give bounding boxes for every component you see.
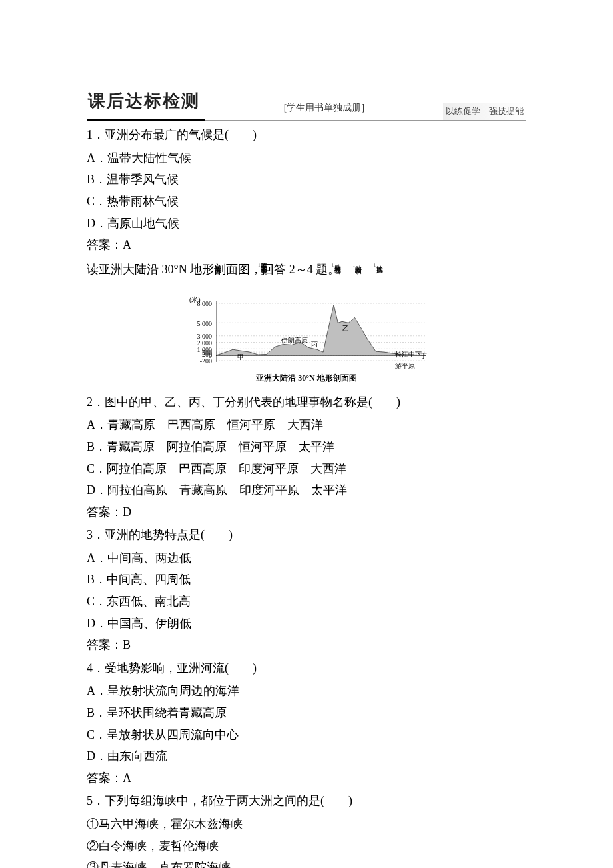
q2-opt-B: B．青藏高原 阿拉伯高原 恒河平原 太平洋 bbox=[87, 437, 526, 457]
q2-answer: 答案：D bbox=[87, 502, 526, 523]
q3-opt-B: B．中间高、四周低 bbox=[87, 569, 526, 590]
q4-opt-A: A．呈放射状流向周边的海洋 bbox=[87, 681, 526, 701]
q3-stem: 3．亚洲的地势特点是( ) bbox=[87, 525, 526, 545]
q4-opt-B: B．呈环状围绕着青藏高原 bbox=[87, 703, 526, 723]
terrain-profile-chart: (米) -20002005001 0002 0003 0005 0008 000… bbox=[187, 282, 426, 385]
q2-stem: 2．图中的甲、乙、丙、丁分别代表的地理事物名称是( ) bbox=[87, 392, 526, 413]
q3-opt-A: A．中间高、两边低 bbox=[87, 548, 526, 569]
chart-top-label: 横断山脉↓ bbox=[352, 262, 362, 269]
q3-opt-D: D．中国高、伊朗低 bbox=[87, 613, 526, 634]
header-tag: 以练促学 强技提能 bbox=[443, 103, 526, 121]
chart-inline-label: 丁 bbox=[420, 350, 427, 361]
chart-inline-label: 丙 bbox=[311, 339, 318, 350]
q1-opt-A: A．温带大陆性气候 bbox=[87, 148, 526, 169]
q3-opt-C: C．东西低、南北高 bbox=[87, 591, 526, 612]
booklet-note: [学生用书单独成册] bbox=[205, 100, 443, 120]
q4-stem: 4．受地势影响，亚洲河流( ) bbox=[87, 658, 526, 679]
y-tick-label: 3 000 bbox=[197, 331, 213, 342]
chart-top-label: 苏伊士运河↓ bbox=[211, 262, 221, 269]
section-header: 课后达标检测 [学生用书单独成册] 以练促学 强技提能 bbox=[87, 87, 526, 121]
q5-stem: 5．下列每组海峡中，都位于两大洲之间的是( ) bbox=[87, 791, 526, 811]
q5-item-2: ②白令海峡，麦哲伦海峡 bbox=[87, 836, 526, 857]
q3-answer: 答案：B bbox=[87, 635, 526, 655]
q5-item-3: ③丹麦海峡，直布罗陀海峡 bbox=[87, 857, 526, 868]
q4-opt-C: C．呈放射状从四周流向中心 bbox=[87, 725, 526, 745]
q1-opt-B: B．温带季风气候 bbox=[87, 169, 526, 190]
chart-caption: 亚洲大陆沿 30°N 地形剖面图 bbox=[187, 371, 426, 385]
q2-opt-A: A．青藏高原 巴西高原 恒河平原 大西洋 bbox=[87, 415, 526, 435]
q1-opt-D: D．高原山地气候 bbox=[87, 213, 526, 234]
chart-inline-label: 伊朗高原 bbox=[281, 335, 308, 346]
q5-item-1: ①马六甲海峡，霍尔木兹海峡 bbox=[87, 814, 526, 835]
q1-stem: 1．亚洲分布最广的气候是( ) bbox=[87, 125, 526, 145]
q1-answer: 答案：A bbox=[87, 235, 526, 255]
chart-inline-label: 乙 bbox=[342, 323, 349, 334]
q4-answer: 答案：A bbox=[87, 768, 526, 789]
chart-inline-label: 甲 bbox=[237, 351, 244, 363]
figure-intro: 读亚洲大陆沿 30°N 地形剖面图，回答 2～4 题。 bbox=[87, 259, 526, 280]
q1-opt-C: C．热带雨林气候 bbox=[87, 191, 526, 212]
chart-top-label: 美索不达米亚平原↓ bbox=[258, 262, 267, 269]
q2-opt-D: D．阿拉伯高原 青藏高原 印度河平原 太平洋 bbox=[87, 480, 526, 501]
q2-opt-C: C．阿拉伯高原 巴西高原 印度河平原 大西洋 bbox=[87, 459, 526, 479]
q4-opt-D: D．由东向西流 bbox=[87, 746, 526, 767]
chart-top-label: 四川盆地↓ bbox=[373, 262, 382, 269]
section-title: 课后达标检测 bbox=[87, 87, 205, 121]
y-tick-label: 8 000 bbox=[197, 298, 213, 309]
y-tick-label: 5 000 bbox=[197, 317, 213, 329]
chart-top-label: 喜马拉雅山脉↓ bbox=[331, 262, 340, 269]
y-axis: -20002005001 0002 0003 0005 0008 000 bbox=[187, 282, 215, 369]
